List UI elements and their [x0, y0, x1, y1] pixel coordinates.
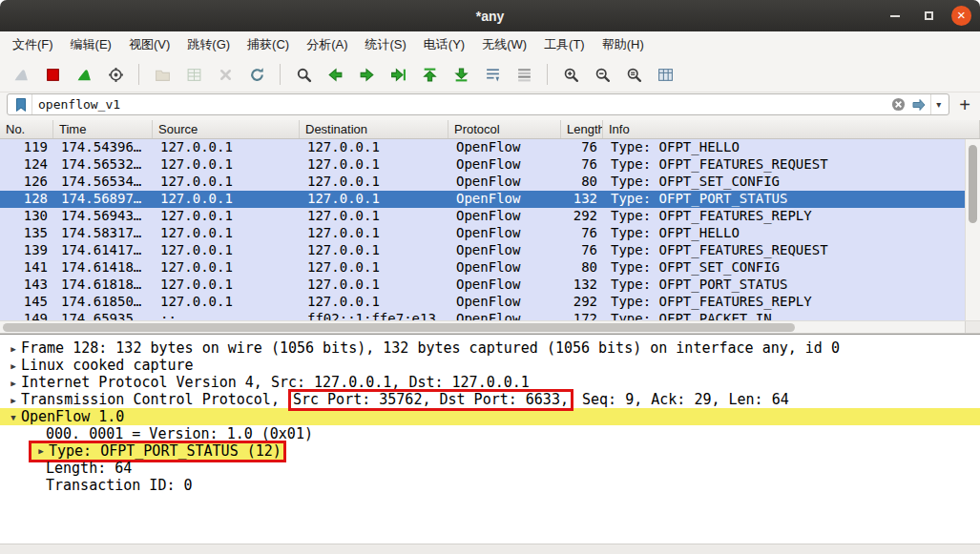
- detail-openflow-xid[interactable]: Transaction ID: 0: [0, 477, 980, 494]
- filter-field[interactable]: ▾: [7, 93, 949, 115]
- cell-source: 127.0.0.1: [153, 225, 300, 242]
- clear-x-icon: [891, 97, 906, 112]
- packet-row-141[interactable]: 141174.61418…127.0.0.1127.0.0.1OpenFlow8…: [0, 259, 965, 277]
- window-controls: ×: [885, 6, 980, 27]
- cell-info: Type: OFPT_PORT_STATUS: [603, 277, 965, 294]
- packet-row-143[interactable]: 143174.61818…127.0.0.1127.0.0.1OpenFlow1…: [0, 277, 965, 294]
- cell-destination: 127.0.0.1: [300, 156, 448, 174]
- filter-apply-button[interactable]: [908, 97, 929, 113]
- detail-frame[interactable]: ▶Frame 128: 132 bytes on wire (1056 bits…: [0, 339, 980, 357]
- menu-capture[interactable]: 捕获(C): [239, 32, 298, 57]
- save-file-icon: [186, 67, 202, 83]
- menu-go[interactable]: 跳转(G): [178, 32, 239, 57]
- cell-source: 127.0.0.1: [153, 191, 300, 208]
- capture-options-button[interactable]: [101, 61, 130, 88]
- expand-arrow-icon[interactable]: ▶: [6, 375, 21, 392]
- cell-length: 76: [561, 156, 603, 174]
- packet-row-149[interactable]: 149174.65935…::ff02::1:ffe7:e13OpenFlow1…: [0, 311, 965, 320]
- packet-row-139[interactable]: 139174.61417…127.0.0.1127.0.0.1OpenFlow7…: [0, 242, 965, 259]
- detail-tcp[interactable]: ▶Transmission Control Protocol, Src Port…: [0, 391, 980, 408]
- go-to-packet-button[interactable]: [384, 61, 412, 88]
- zoom-in-button[interactable]: [556, 61, 585, 88]
- packet-row-130[interactable]: 130174.56943…127.0.0.1127.0.0.1OpenFlow2…: [0, 208, 965, 225]
- menu-telephony[interactable]: 电话(Y): [415, 32, 473, 57]
- cell-info: Type: OFPT_SET_CONFIG: [603, 174, 965, 191]
- main-toolbar: [0, 57, 980, 92]
- auto-scroll-button[interactable]: [478, 61, 507, 88]
- column-header-time[interactable]: Time: [53, 120, 153, 138]
- detail-text: Src Port: 35762, Dst Port: 6633,: [293, 391, 569, 408]
- cell-time: 174.56532…: [53, 156, 153, 174]
- zoom-reset-button[interactable]: [619, 61, 648, 88]
- vscrollbar-thumb[interactable]: [969, 145, 977, 223]
- detail-openflow-type[interactable]: ▶Type: OFPT_PORT_STATUS (12): [0, 442, 980, 460]
- cell-source: ::: [153, 311, 300, 320]
- cell-source: 127.0.0.1: [153, 139, 300, 156]
- titlebar[interactable]: *any ×: [0, 0, 980, 31]
- cell-time: 174.54396…: [53, 139, 153, 156]
- maximize-button[interactable]: [918, 6, 939, 27]
- cell-time: 174.65935…: [53, 311, 153, 320]
- packet-list-vscrollbar[interactable]: [965, 139, 980, 320]
- menu-file[interactable]: 文件(F): [4, 32, 62, 57]
- close-button[interactable]: ×: [951, 6, 971, 26]
- packet-row-135[interactable]: 135174.58317…127.0.0.1127.0.0.1OpenFlow7…: [0, 225, 965, 242]
- column-header-protocol[interactable]: Protocol: [448, 120, 561, 138]
- go-forward-button[interactable]: [352, 61, 381, 88]
- find-packet-button[interactable]: [289, 61, 318, 88]
- packet-row-128[interactable]: 128174.56897…127.0.0.1127.0.0.1OpenFlow1…: [0, 191, 965, 208]
- column-header-length[interactable]: Length: [561, 120, 603, 138]
- filter-clear-button[interactable]: [888, 97, 908, 112]
- packet-row-145[interactable]: 145174.61850…127.0.0.1127.0.0.1OpenFlow2…: [0, 294, 965, 311]
- column-header-no[interactable]: No.: [0, 120, 53, 138]
- filter-input[interactable]: [32, 97, 888, 112]
- cell-info: Type: OFPT_FEATURES_REPLY: [603, 208, 965, 225]
- menu-tools[interactable]: 工具(T): [535, 32, 594, 57]
- add-filter-button[interactable]: +: [956, 95, 973, 114]
- capture-restart-icon: [76, 67, 93, 83]
- reload-file-button[interactable]: [242, 61, 271, 88]
- expand-arrow-icon[interactable]: ▶: [6, 358, 21, 375]
- menu-statistics[interactable]: 统计(S): [356, 32, 414, 57]
- detail-text: OpenFlow 1.0: [21, 408, 124, 425]
- menu-analyze[interactable]: 分析(A): [298, 32, 356, 57]
- filter-dropdown-caret[interactable]: ▾: [930, 94, 946, 114]
- resize-columns-button[interactable]: [651, 61, 679, 88]
- go-back-button[interactable]: [321, 61, 349, 88]
- packet-row-119[interactable]: 119174.54396…127.0.0.1127.0.0.1OpenFlow7…: [0, 139, 965, 156]
- expand-arrow-icon[interactable]: ▶: [6, 392, 21, 409]
- minimize-button[interactable]: [885, 6, 906, 27]
- menu-help[interactable]: 帮助(H): [594, 32, 653, 57]
- zoom-out-button[interactable]: [588, 61, 616, 88]
- go-first-button[interactable]: [415, 61, 444, 88]
- capture-stop-button[interactable]: [38, 61, 67, 88]
- menu-edit[interactable]: 编辑(E): [62, 32, 120, 57]
- cell-time: 174.58317…: [53, 225, 153, 242]
- cell-destination: 127.0.0.1: [300, 139, 448, 156]
- colorize-icon: [516, 67, 532, 83]
- open-file-icon: [155, 67, 171, 83]
- cell-info: Type: OFPT_FEATURES_REPLY: [603, 294, 965, 311]
- cell-no: 119: [0, 139, 53, 156]
- colorize-button[interactable]: [510, 61, 538, 88]
- packet-row-126[interactable]: 126174.56534…127.0.0.1127.0.0.1OpenFlow8…: [0, 174, 965, 191]
- menu-wireless[interactable]: 无线(W): [473, 32, 535, 57]
- cell-source: 127.0.0.1: [153, 277, 300, 294]
- expand-arrow-icon[interactable]: ▶: [33, 443, 49, 460]
- packet-row-124[interactable]: 124174.56532…127.0.0.1127.0.0.1OpenFlow7…: [0, 156, 965, 174]
- packet-list-hscrollbar[interactable]: [0, 320, 980, 334]
- filter-bookmark-button[interactable]: [10, 94, 32, 114]
- column-header-info[interactable]: Info: [603, 120, 980, 138]
- go-last-button[interactable]: [447, 61, 475, 88]
- capture-restart-button[interactable]: [70, 61, 98, 88]
- column-header-source[interactable]: Source: [153, 120, 300, 138]
- expand-arrow-icon[interactable]: ▶: [6, 340, 21, 358]
- detail-linux-cooked-capture[interactable]: ▶Linux cooked capture: [0, 357, 980, 374]
- minimize-icon: [890, 15, 900, 17]
- cell-info: Type: OFPT_HELLO: [603, 225, 965, 242]
- menu-view[interactable]: 视图(V): [120, 32, 178, 57]
- hscrollbar-thumb[interactable]: [3, 323, 795, 332]
- find-packet-icon: [296, 67, 312, 83]
- column-header-destination[interactable]: Destination: [300, 120, 448, 138]
- collapse-arrow-icon[interactable]: ▼: [6, 409, 21, 426]
